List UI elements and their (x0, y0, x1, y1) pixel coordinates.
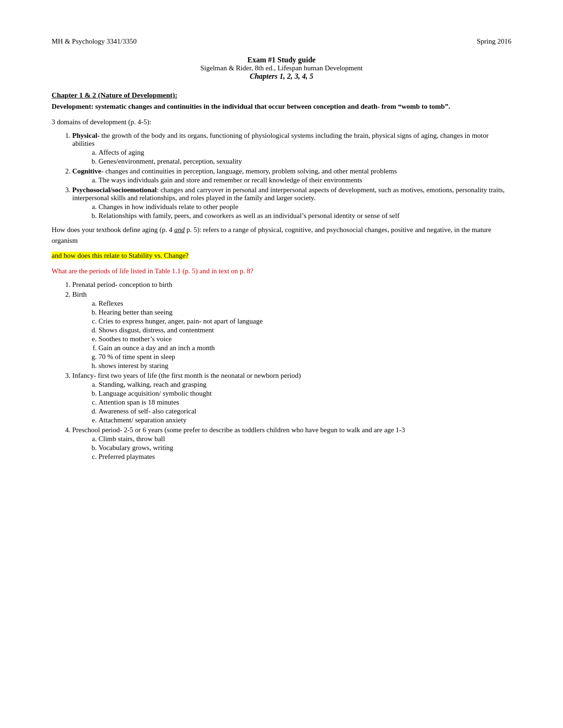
period-infancy-c: Attention span is 18 minutes (99, 398, 511, 406)
exam-title-sub2: Chapters 1, 2, 3, 4, 5 (52, 72, 511, 81)
stability-question: and how does this relate to Stability vs… (52, 250, 511, 261)
period-birth-d: Shows disgust, distress, and contentment (99, 326, 511, 334)
exam-title-main: Exam #1 Study guide (52, 56, 511, 64)
period-birth-label: Birth (72, 291, 87, 298)
period-birth-h: shows interest by staring (99, 362, 511, 370)
domain-psychosocial-sub-b: Relationships with family, peers, and co… (99, 212, 511, 220)
period-infancy-d: Awareness of self- also categorical (99, 407, 511, 415)
period-birth: Birth Reflexes Hearing better than seein… (72, 291, 511, 370)
period-infancy-a: Standing, walking, reach and grasping (99, 381, 511, 389)
period-birth-f: Gain an ounce a day and an inch a month (99, 344, 511, 352)
aging-def-underline: and (174, 226, 185, 233)
period-preschool-a: Climb stairs, throw ball (99, 435, 511, 443)
period-birth-g: 70 % of time spent in sleep (99, 353, 511, 361)
domain-physical-sub: Affects of aging Genes/environment, pren… (99, 149, 511, 165)
domain-psychosocial-label: Psychosocial/socioemotional (72, 186, 157, 194)
exam-title-sub1: Sigelman & Rider, 8th ed., Lifespan huma… (52, 64, 511, 72)
period-preschool-sub: Climb stairs, throw ball Vocabulary grow… (99, 435, 511, 461)
period-infancy-sub: Standing, walking, reach and grasping La… (99, 381, 511, 424)
domain-physical-sub-a: Affects of aging (99, 149, 511, 157)
periods-question-text: What are the periods of life listed in T… (52, 267, 253, 275)
domain-psychosocial-sub: Changes in how individuals relate to oth… (99, 203, 511, 220)
development-definition: Development: systematic changes and cont… (52, 101, 511, 112)
period-birth-c: Cries to express hunger, anger, pain- no… (99, 317, 511, 325)
domain-cognitive-sub: The ways individuals gain and store and … (99, 176, 511, 184)
chapter-heading-text: Chapter 1 & 2 (Nature of Development): (52, 91, 177, 99)
period-infancy-e: Attachment/ separation anxiety (99, 416, 511, 424)
periods-question-wrapper: What are the periods of life listed in T… (52, 266, 511, 277)
header-right: Spring 2016 (477, 38, 511, 45)
header-left: MH & Psychology 3341/3350 (52, 38, 137, 45)
domain-physical-label: Physical (72, 132, 97, 139)
domain-physical-sub-b: Genes/environment, prenatal, perception,… (99, 158, 511, 165)
aging-def-paragraph: How does your textbook define aging (p. … (52, 225, 511, 246)
period-birth-a: Reflexes (99, 300, 511, 308)
period-prenatal: Prenatal period- conception to birth (72, 281, 511, 289)
period-preschool-c: Preferred playmates (99, 453, 511, 461)
domain-cognitive-text: - changes and continuities in perception… (101, 167, 397, 175)
period-prenatal-label: Prenatal period- conception to birth (72, 281, 172, 288)
period-preschool-label: Preschool period- 2-5 or 6 years (some p… (72, 426, 405, 434)
exam-title-block: Exam #1 Study guide Sigelman & Rider, 8t… (52, 56, 511, 81)
domain-cognitive: Cognitive- changes and continuities in p… (72, 167, 511, 184)
domain-cognitive-sub-a: The ways individuals gain and store and … (99, 176, 511, 184)
domain-cognitive-label: Cognitive (72, 167, 101, 175)
period-birth-e: Soothes to mother’s voice (99, 335, 511, 343)
stability-question-text: and how does this relate to Stability vs… (52, 252, 189, 259)
chapter-heading: Chapter 1 & 2 (Nature of Development): (52, 91, 511, 99)
period-preschool: Preschool period- 2-5 or 6 years (some p… (72, 426, 511, 461)
domain-psychosocial: Psychosocial/socioemotional: changes and… (72, 186, 511, 220)
period-infancy-b: Language acquisition/ symbolic thought (99, 390, 511, 398)
domain-psychosocial-sub-a: Changes in how individuals relate to oth… (99, 203, 511, 211)
domains-list: Physical- the growth of the body and its… (72, 132, 511, 220)
header-row: MH & Psychology 3341/3350 Spring 2016 (52, 38, 511, 45)
period-infancy-label: Infancy- first two years of life (the fi… (72, 372, 301, 379)
period-infancy: Infancy- first two years of life (the fi… (72, 372, 511, 424)
periods-list: Prenatal period- conception to birth Bir… (72, 281, 511, 461)
domain-physical-text: - the growth of the body and its organs,… (72, 132, 489, 147)
period-preschool-b: Vocabulary grows, writing (99, 444, 511, 452)
three-domains-label: 3 domains of development (p. 4-5): (52, 117, 511, 128)
domain-physical: Physical- the growth of the body and its… (72, 132, 511, 165)
period-birth-b: Hearing better than seeing (99, 308, 511, 316)
chapter-section: Chapter 1 & 2 (Nature of Development): D… (52, 91, 511, 220)
page: MH & Psychology 3341/3350 Spring 2016 Ex… (0, 0, 563, 728)
period-birth-sub: Reflexes Hearing better than seeing Crie… (99, 300, 511, 370)
